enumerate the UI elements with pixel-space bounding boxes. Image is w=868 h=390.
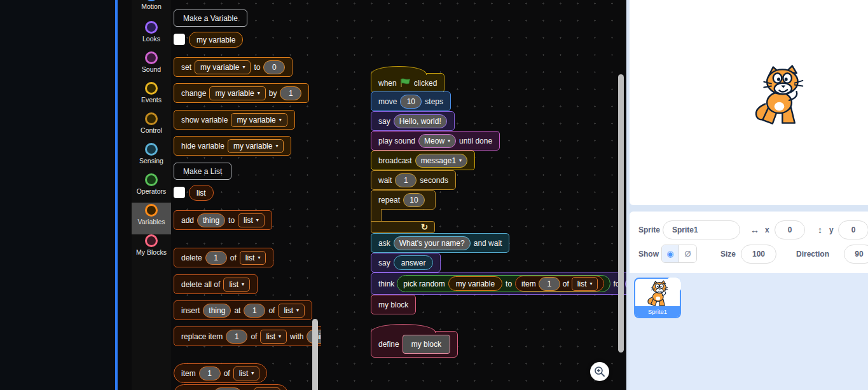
hidden-button[interactable]: Ø: [679, 245, 696, 262]
list-dropdown[interactable]: list▾: [278, 304, 305, 318]
cat-sprite[interactable]: [750, 62, 809, 131]
block-text: play sound: [378, 137, 415, 145]
thing-input[interactable]: thing: [203, 304, 231, 318]
move-steps-block[interactable]: move 10 steps: [371, 91, 451, 111]
my-variable-reporter[interactable]: my variable: [448, 276, 502, 291]
sprite-name-input[interactable]: [663, 220, 740, 239]
list-dropdown[interactable]: list▾: [233, 366, 260, 380]
direction-input[interactable]: [844, 245, 868, 264]
block-text: of: [224, 369, 230, 378]
change-variable-block[interactable]: change my variable▾ by 1: [174, 83, 309, 103]
block-text: item: [181, 369, 196, 378]
think-block[interactable]: think pick random my variable to item 1 …: [371, 272, 626, 295]
list-reporter[interactable]: list: [189, 185, 214, 201]
list-checkbox[interactable]: [174, 187, 185, 198]
steps-input[interactable]: 10: [400, 95, 422, 109]
make-list-button[interactable]: Make a List: [174, 163, 231, 180]
make-variable-button[interactable]: Make a Variable: [174, 10, 247, 27]
category-label: My Blocks: [132, 248, 171, 256]
say-text-input[interactable]: Hello, world!: [394, 114, 447, 128]
list-dropdown[interactable]: list▾: [223, 278, 250, 292]
variable-dropdown[interactable]: my variable▾: [228, 139, 284, 153]
block-prototype[interactable]: my block: [403, 335, 450, 354]
list-dropdown[interactable]: list▾: [238, 213, 265, 227]
thing-input[interactable]: thing: [214, 387, 242, 390]
variable-checkbox[interactable]: [174, 34, 185, 45]
index-input[interactable]: 1: [226, 330, 247, 344]
sound-dropdown[interactable]: Meow▾: [418, 134, 456, 148]
sidebar-item-sensing[interactable]: Sensing: [132, 142, 171, 172]
insert-at-list-block[interactable]: insert thing at 1 of list▾: [174, 300, 312, 320]
x-label: x: [765, 225, 769, 234]
list-dropdown[interactable]: list▾: [260, 330, 287, 344]
sidebar-item-motion[interactable]: Motion: [132, 0, 171, 18]
sidebar-item-sound[interactable]: Sound: [132, 50, 171, 81]
category-circle-icon: [145, 51, 158, 64]
answer-reporter[interactable]: answer: [394, 255, 434, 270]
my-block-call[interactable]: my block: [371, 295, 416, 314]
x-input[interactable]: [775, 220, 805, 239]
play-sound-block[interactable]: play sound Meow▾ until done: [371, 131, 500, 151]
broadcast-block[interactable]: broadcast message1▾: [371, 151, 475, 170]
block-text: think: [378, 279, 394, 288]
code-workspace: when clicked move 10 steps say Hello, wo…: [321, 0, 626, 390]
variable-dropdown[interactable]: my variable▾: [231, 113, 287, 127]
list-dropdown[interactable]: list▾: [240, 251, 266, 265]
sprite-thumbnail[interactable]: Sprite1: [634, 278, 681, 318]
question-input[interactable]: What's your name?: [394, 236, 471, 250]
set-variable-block[interactable]: set my variable▾ to 0: [174, 57, 293, 77]
y-input[interactable]: [838, 220, 868, 239]
thumbnail-delete-button[interactable]: [668, 278, 681, 291]
sidebar-item-looks[interactable]: Looks: [132, 20, 171, 50]
index-input[interactable]: 1: [205, 251, 227, 265]
index-input[interactable]: 1: [244, 304, 265, 318]
message-dropdown[interactable]: message1▾: [415, 154, 467, 168]
define-my-block[interactable]: define my block: [371, 331, 458, 358]
list-dropdown[interactable]: list▾: [572, 277, 598, 291]
visible-button[interactable]: ◉: [662, 245, 679, 262]
palette-scrollbar[interactable]: [312, 319, 318, 390]
seconds-input[interactable]: 1: [395, 173, 417, 187]
repeat-block-bottom[interactable]: ↻: [371, 221, 435, 233]
block-text: wait: [378, 176, 392, 185]
wait-seconds-block[interactable]: wait 1 seconds: [371, 170, 456, 190]
show-variable-block[interactable]: show variable my variable▾: [174, 110, 295, 130]
repeat-count-input[interactable]: 10: [403, 193, 425, 207]
say-block[interactable]: say Hello, world!: [371, 111, 455, 131]
item-of-list-reporter[interactable]: item 1 of list▾: [515, 276, 604, 292]
hide-variable-block[interactable]: hide variable my variable▾: [174, 136, 291, 156]
hidden-icon: Ø: [684, 249, 691, 259]
variable-dropdown[interactable]: my variable▾: [209, 86, 265, 100]
sidebar-item-events[interactable]: Events: [132, 81, 171, 111]
workspace-scrollbar[interactable]: [618, 74, 624, 353]
zoom-in-button[interactable]: [590, 362, 609, 381]
repeat-block-spine[interactable]: [371, 209, 382, 222]
replace-item-block[interactable]: replace item 1 of list▾ with thing: [174, 326, 321, 346]
add-to-list-block[interactable]: add thing to list▾: [174, 210, 272, 230]
sidebar-item-operators[interactable]: Operators: [132, 172, 171, 203]
size-input[interactable]: [741, 245, 776, 264]
sidebar-item-variables[interactable]: Variables: [132, 203, 171, 234]
when-flag-clicked-block[interactable]: when clicked: [371, 73, 444, 93]
delete-all-of-list-block[interactable]: delete all of list▾: [174, 274, 258, 294]
say-answer-block[interactable]: say answer: [371, 253, 441, 272]
value-input[interactable]: 0: [263, 60, 285, 74]
thing-input[interactable]: thing: [197, 213, 225, 227]
value-input[interactable]: 1: [280, 86, 301, 100]
sidebar-item-my-blocks[interactable]: My Blocks: [132, 233, 171, 264]
ask-and-wait-block[interactable]: ask What's your name? and wait: [371, 233, 509, 253]
my-variable-reporter[interactable]: my variable: [189, 32, 243, 48]
block-text: repeat: [378, 196, 400, 205]
variable-dropdown[interactable]: my variable▾: [195, 60, 251, 74]
repeat-block[interactable]: repeat 10: [371, 190, 436, 210]
list-dropdown[interactable]: list▾: [254, 387, 280, 390]
sidebar-item-control[interactable]: Control: [132, 111, 171, 142]
dropdown-arrow-icon: ▾: [251, 371, 254, 376]
index-input[interactable]: 1: [539, 277, 560, 291]
delete-of-list-block[interactable]: delete 1 of list▾: [174, 248, 273, 267]
item-number-of-list-block[interactable]: item # of thing in list▾: [174, 384, 288, 390]
dropdown-arrow-icon: ▾: [242, 282, 244, 287]
pick-random-block[interactable]: pick random my variable to item 1 of lis…: [397, 275, 610, 292]
index-input[interactable]: 1: [199, 366, 221, 380]
item-of-list-block[interactable]: item 1 of list▾: [174, 363, 267, 383]
